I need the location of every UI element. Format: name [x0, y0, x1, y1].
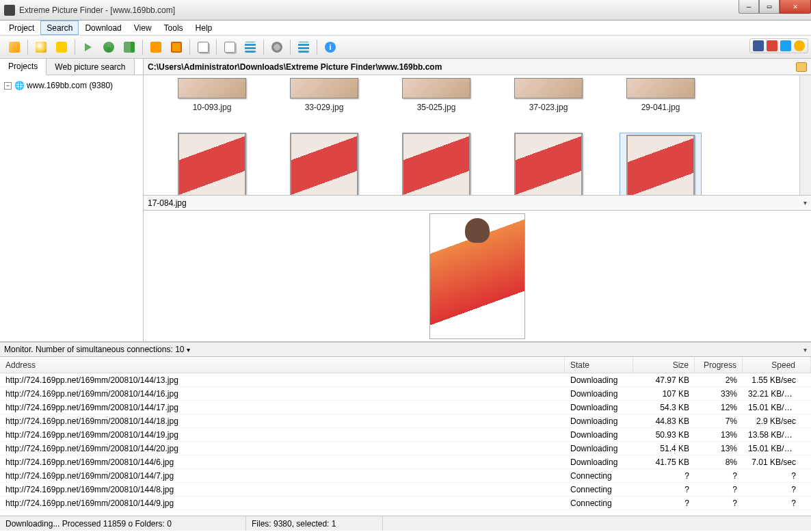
thumbnail-item[interactable]: 35-025.jpg: [395, 78, 477, 112]
menu-help[interactable]: Help: [189, 21, 219, 35]
app-icon: [4, 5, 15, 16]
preview-header[interactable]: 17-084.jpg ▾: [144, 195, 811, 210]
table-row[interactable]: http://724.169pp.net/169mm/200810/144/8.…: [0, 483, 811, 496]
table-row[interactable]: http://724.169pp.net/169mm/200810/144/17…: [0, 401, 811, 414]
table-body: http://724.169pp.net/169mm/200810/144/13…: [0, 373, 811, 510]
table-row[interactable]: http://724.169pp.net/169mm/200810/144/9.…: [0, 496, 811, 510]
facebook-icon[interactable]: [753, 40, 764, 51]
help-icon[interactable]: i: [322, 39, 338, 55]
vertical-scrollbar[interactable]: [799, 75, 811, 195]
play-icon[interactable]: [80, 39, 96, 55]
menu-tools[interactable]: Tools: [158, 21, 189, 35]
twitter-icon[interactable]: [780, 40, 791, 51]
menu-view[interactable]: View: [128, 21, 158, 35]
tree-node[interactable]: − 🌐 www.169bb.com (9380): [3, 79, 140, 92]
globe-icon: 🌐: [14, 81, 24, 90]
col-progress[interactable]: Progress: [695, 357, 743, 373]
stop-icon[interactable]: [148, 39, 164, 55]
thumbnail-item[interactable]: [620, 133, 702, 195]
menu-search[interactable]: Search: [40, 21, 79, 35]
cell-size: 51.4 KB: [633, 444, 695, 453]
cell-address: http://724.169pp.net/169mm/200810/144/18…: [0, 416, 565, 426]
toolbar-separator: [189, 40, 190, 55]
thumbnail-item[interactable]: [171, 133, 253, 195]
google-icon[interactable]: [767, 40, 777, 51]
cell-state: Downloading: [565, 444, 633, 453]
thumbnail-image: [290, 133, 358, 195]
thumbnail-item[interactable]: 37-023.jpg: [507, 78, 589, 112]
cell-speed: ?: [743, 471, 811, 481]
cell-address: http://724.169pp.net/169mm/200810/144/19…: [0, 430, 565, 440]
preview-image[interactable]: [429, 213, 525, 339]
search-icon[interactable]: [33, 39, 49, 55]
gear-icon[interactable]: [269, 39, 285, 55]
toolbar-separator: [216, 40, 217, 55]
tab-web-search[interactable]: Web picture search: [46, 59, 134, 75]
options1-icon[interactable]: [222, 39, 238, 55]
table-row[interactable]: http://724.169pp.net/169mm/200810/144/16…: [0, 387, 811, 401]
cell-state: Downloading: [565, 389, 633, 399]
cell-state: Connecting: [565, 471, 633, 481]
copy-icon[interactable]: [195, 39, 211, 55]
table-row[interactable]: http://724.169pp.net/169mm/200810/144/20…: [0, 442, 811, 455]
cell-size: ?: [633, 471, 695, 481]
cell-address: http://724.169pp.net/169mm/200810/144/6.…: [0, 457, 565, 467]
monitor-bar[interactable]: Monitor. Number of simultaneous connecti…: [0, 342, 811, 357]
maximize-button[interactable]: ▭: [759, 0, 780, 14]
toolbar-separator: [142, 40, 143, 55]
table-row[interactable]: http://724.169pp.net/169mm/200810/144/13…: [0, 373, 811, 387]
thumbnail-item[interactable]: [395, 133, 477, 195]
left-tabs: Projects Web picture search: [0, 59, 143, 75]
refresh-icon[interactable]: [101, 39, 117, 55]
thumbnail-item[interactable]: 33-029.jpg: [283, 78, 365, 112]
download-table: Address State Size Progress Speed http:/…: [0, 357, 811, 516]
col-speed[interactable]: Speed: [743, 357, 811, 373]
toolbar-separator: [27, 40, 28, 55]
table-row[interactable]: http://724.169pp.net/169mm/200810/144/6.…: [0, 455, 811, 469]
thumbnails-icon[interactable]: [295, 39, 312, 55]
col-address[interactable]: Address: [0, 357, 565, 373]
step-icon[interactable]: [121, 39, 137, 55]
cell-progress: 7%: [695, 416, 743, 426]
status-files: Files: 9380, selected: 1: [246, 516, 383, 531]
calendar-icon[interactable]: [242, 39, 258, 55]
cell-size: 107 KB: [633, 389, 695, 399]
cell-size: 44.83 KB: [633, 416, 695, 426]
menu-project[interactable]: Project: [3, 21, 40, 35]
open-folder-icon[interactable]: [796, 62, 807, 72]
cell-speed: 1.55 KB/sec: [743, 375, 811, 385]
cell-progress: 13%: [695, 444, 743, 453]
col-state[interactable]: State: [565, 357, 633, 373]
expand-icon[interactable]: −: [4, 82, 12, 90]
chevron-down-icon[interactable]: ▾: [803, 346, 807, 354]
toolbar-separator: [317, 40, 317, 55]
chevron-down-icon[interactable]: ▾: [803, 199, 807, 207]
table-row[interactable]: http://724.169pp.net/169mm/200810/144/18…: [0, 414, 811, 428]
thumbnail-item[interactable]: [507, 133, 589, 195]
cell-state: Downloading: [565, 457, 633, 467]
stop-all-icon[interactable]: [168, 39, 185, 55]
menu-download[interactable]: Download: [79, 21, 127, 35]
thumbnail-item[interactable]: 29-041.jpg: [620, 78, 702, 112]
project-tree: − 🌐 www.169bb.com (9380): [0, 75, 143, 341]
cell-state: Connecting: [565, 485, 633, 494]
cell-speed: 32.21 KB/sec: [743, 389, 811, 399]
tab-projects[interactable]: Projects: [0, 59, 46, 75]
new-project-icon[interactable]: [6, 39, 23, 55]
cell-state: Downloading: [565, 430, 633, 440]
close-button[interactable]: ✕: [780, 0, 811, 14]
qq-icon[interactable]: [794, 40, 805, 51]
table-row[interactable]: http://724.169pp.net/169mm/200810/144/19…: [0, 428, 811, 442]
minimize-button[interactable]: —: [739, 0, 759, 14]
title-bar: Extreme Picture Finder - [www.169bb.com]…: [0, 0, 811, 21]
comment-icon[interactable]: [53, 39, 70, 55]
cell-address: http://724.169pp.net/169mm/200810/144/8.…: [0, 485, 565, 494]
cell-size: ?: [633, 485, 695, 494]
status-bar: Downloading... Processed 11859 o Folders…: [0, 516, 811, 531]
dropdown-icon[interactable]: ▾: [187, 346, 190, 354]
thumbnail-image: [626, 135, 695, 195]
thumbnail-item[interactable]: 10-093.jpg: [171, 78, 253, 112]
col-size[interactable]: Size: [633, 357, 695, 373]
thumbnail-item[interactable]: [283, 133, 365, 195]
table-row[interactable]: http://724.169pp.net/169mm/200810/144/7.…: [0, 469, 811, 483]
